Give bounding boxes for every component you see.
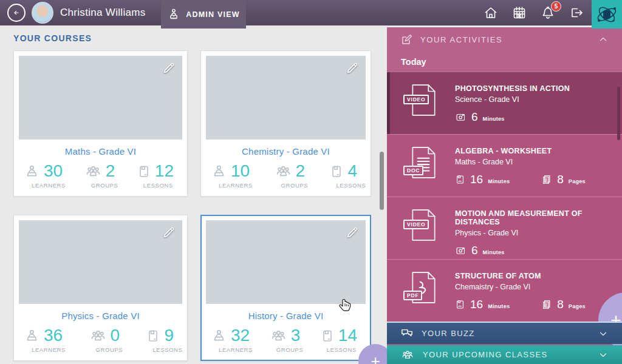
stat-groups: 2 GROUPS (84, 163, 115, 189)
activities-heading: YOUR ACTIVITIES (420, 35, 598, 44)
groups-icon (89, 328, 107, 343)
lessons-count: 4 (347, 163, 357, 180)
activity-text: ALGEBRA - WORKSHEET Maths - Grade VI 16 … (455, 146, 586, 185)
activities-panel: YOUR ACTIVITIES Today VIDEO PHOTOSYNTHES… (387, 27, 622, 364)
duration-value: 16 (470, 174, 483, 185)
pencil-icon (162, 225, 176, 240)
courses-panel: YOUR COURSES (0, 25, 387, 364)
course-card[interactable]: History - Grade VI 32 LEARNERS 3 GROUPS (200, 215, 371, 361)
course-card-grid: Maths - Grade VI 30 LEARNERS 2 GROUPS (13, 50, 371, 361)
learners-label: LEARNERS (219, 346, 253, 353)
pages-meta: 8 Pages (541, 298, 586, 310)
course-title: Chemistry - Grade VI (206, 146, 366, 157)
top-bar: Christina Williams ADMIN VIEW 5 (0, 0, 622, 25)
course-card[interactable]: Chemistry - Grade VI 10 LEARNERS 2 GROUP… (200, 50, 371, 197)
pencil-icon (345, 225, 360, 240)
lessons-label: LESSONS (327, 346, 357, 353)
user-name: Christina Williams (60, 7, 145, 19)
course-title: Physics - Grade VI (19, 311, 182, 321)
activities-header[interactable]: YOUR ACTIVITIES (387, 27, 622, 52)
home-button[interactable] (483, 5, 499, 21)
calendar-button[interactable] (511, 5, 527, 21)
course-card[interactable]: Maths - Grade VI 30 LEARNERS 2 GROUPS (13, 50, 188, 197)
duration-unit: Minutes (488, 303, 510, 309)
activity-file-icon: DOC (408, 146, 439, 180)
chevron-down-icon[interactable] (598, 349, 609, 360)
activity-item[interactable]: VIDEO MOTION AND MEASUREMENT OF DISTANCE… (387, 197, 622, 259)
stat-lessons: 4 LESSONS (329, 163, 357, 189)
duration-value: 6 (471, 244, 478, 256)
activity-meta: 16 Minutes 8 Pages (455, 174, 586, 185)
dashboard-root: { "topbar": { "user_name": "Christina Wi… (0, 0, 622, 364)
file-type-badge: VIDEO (403, 220, 429, 229)
activity-file-icon: PDF (408, 271, 439, 305)
learners-icon (25, 164, 40, 179)
edit-course-button[interactable] (345, 61, 360, 75)
pages-meta: 8 Pages (541, 174, 586, 185)
learners-icon (212, 164, 227, 179)
learners-label: LEARNERS (219, 182, 253, 189)
chevron-down-icon[interactable] (598, 328, 609, 339)
file-type-badge: DOC (403, 166, 423, 175)
chevron-up-icon[interactable] (598, 34, 609, 45)
home-icon (484, 5, 498, 20)
duration-meta: 16 Minutes (455, 298, 510, 310)
calendar-icon (512, 5, 527, 20)
activity-item[interactable]: DOC ALGEBRA - WORKSHEET Maths - Grade VI… (387, 134, 622, 197)
activity-text: MOTION AND MEASUREMENT OF DISTANCES Phys… (455, 208, 622, 256)
tab-admin-view-label: ADMIN VIEW (186, 10, 239, 19)
stat-learners: 30 LEARNERS (25, 163, 63, 189)
activity-title: STRUCTURE OF ATOM (455, 272, 586, 280)
camera-icon (455, 245, 466, 256)
learners-count: 10 (231, 163, 250, 180)
lessons-label: LESSONS (152, 346, 182, 353)
back-arrow-icon (11, 7, 22, 18)
pages-unit: Pages (569, 178, 586, 184)
course-image (19, 220, 182, 304)
course-card[interactable]: Physics - Grade VI 36 LEARNERS 0 GROUPS (13, 215, 188, 361)
course-stats: 10 LEARNERS 2 GROUPS 4 LESSONS (206, 157, 366, 189)
tab-admin-view[interactable]: ADMIN VIEW (161, 0, 246, 29)
section-upcoming-classes[interactable]: YOUR UPCOMING CLASSES (387, 345, 622, 364)
lessons-label: LESSONS (143, 182, 173, 189)
activities-scrollbar[interactable] (617, 87, 620, 140)
activity-text: PHOTOSYNTHESIS IN ACTION Science - Grade… (455, 83, 570, 123)
upcoming-label: YOUR UPCOMING CLASSES (423, 350, 598, 359)
edit-course-button[interactable] (162, 225, 176, 240)
duration-value: 6 (471, 111, 478, 123)
edit-course-button[interactable] (162, 61, 176, 75)
stat-learners: 32 LEARNERS (212, 327, 250, 353)
activity-subtitle: Physics - Grade VI (455, 229, 622, 237)
pages-icon (541, 299, 552, 310)
lessons-count: 14 (338, 327, 357, 344)
course-image (206, 56, 366, 140)
edit-course-button[interactable] (345, 225, 360, 240)
lessons-icon (320, 328, 335, 343)
groups-count: 3 (291, 327, 301, 344)
notifications-button[interactable]: 5 (540, 5, 556, 21)
back-button[interactable] (7, 4, 26, 22)
courses-scrollbar[interactable] (380, 152, 384, 210)
buzz-label: YOUR BUZZ (422, 329, 598, 338)
section-your-buzz[interactable]: YOUR BUZZ (387, 322, 622, 344)
duration-unit: Minutes (483, 249, 505, 255)
groups-count: 2 (106, 163, 115, 180)
course-stats: 36 LEARNERS 0 GROUPS 9 LESSONS (19, 321, 182, 353)
learners-label: LEARNERS (32, 182, 66, 189)
logout-button[interactable] (569, 5, 584, 21)
app-logo[interactable] (592, 0, 622, 29)
activity-meta: 6 Minutes (455, 111, 570, 123)
course-title: Maths - Grade VI (19, 146, 182, 157)
pages-unit: Pages (569, 303, 586, 309)
duration-value: 16 (470, 298, 483, 310)
activity-subtitle: Maths - Grade VI (455, 158, 586, 166)
activity-item[interactable]: PDF STRUCTURE OF ATOM Chemaistry - Grade… (387, 259, 622, 322)
activity-title: ALGEBRA - WORKSHEET (455, 147, 586, 155)
activity-item[interactable]: VIDEO PHOTOSYNTHESIS IN ACTION Science -… (387, 72, 622, 134)
user-avatar[interactable] (32, 2, 53, 24)
pages-value: 8 (557, 298, 564, 310)
pencil-icon (345, 61, 360, 75)
stat-lessons: 9 LESSONS (146, 327, 174, 353)
activity-text: STRUCTURE OF ATOM Chemaistry - Grade VI … (455, 271, 586, 310)
file-type-badge: PDF (403, 291, 422, 300)
